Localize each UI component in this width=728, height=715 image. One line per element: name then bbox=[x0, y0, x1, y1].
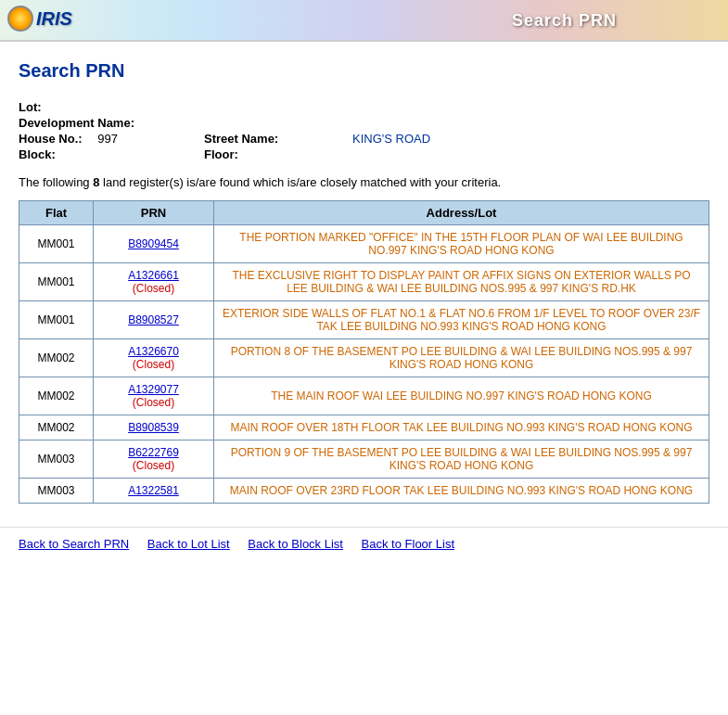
back-to-search-prn[interactable]: Back to Search PRN bbox=[19, 537, 129, 551]
info-section: Lot: Development Name: House No.: 997 St… bbox=[19, 100, 709, 161]
flat-cell: MM002 bbox=[19, 415, 94, 440]
street-name-label: Street Name: bbox=[204, 132, 283, 146]
flat-cell: MM003 bbox=[19, 479, 94, 504]
prn-link[interactable]: A1322581 bbox=[128, 484, 179, 497]
prn-cell: B8909454 bbox=[94, 225, 214, 263]
flat-cell: MM001 bbox=[19, 263, 94, 301]
house-no-label: House No.: bbox=[19, 132, 87, 146]
prn-closed-label: (Closed) bbox=[133, 282, 174, 295]
flat-cell: MM001 bbox=[19, 225, 94, 263]
address-cell: THE PORTION MARKED "OFFICE" IN THE 15TH … bbox=[214, 225, 709, 263]
prn-link[interactable]: B8908527 bbox=[128, 313, 179, 326]
prn-link[interactable]: B8908539 bbox=[128, 421, 179, 434]
table-row: MM001B8909454THE PORTION MARKED "OFFICE"… bbox=[19, 225, 709, 263]
prn-link[interactable]: A1326670 bbox=[128, 345, 179, 358]
back-to-block-list[interactable]: Back to Block List bbox=[248, 537, 343, 551]
col-header-flat: Flat bbox=[19, 201, 94, 225]
prn-cell: A1326670(Closed) bbox=[94, 339, 214, 377]
table-row: MM002A1329077(Closed)THE MAIN ROOF WAI L… bbox=[19, 377, 709, 415]
main-content: Search PRN Lot: Development Name: House … bbox=[0, 42, 728, 527]
prn-cell: A1329077(Closed) bbox=[94, 377, 214, 415]
table-row: MM002A1326670(Closed)PORTION 8 OF THE BA… bbox=[19, 339, 709, 377]
logo-text: IRIS bbox=[36, 8, 72, 30]
prn-cell: B6222769(Closed) bbox=[94, 440, 214, 479]
prn-cell: A1322581 bbox=[94, 479, 214, 504]
back-to-lot-list[interactable]: Back to Lot List bbox=[147, 537, 230, 551]
block-label: Block: bbox=[19, 147, 60, 161]
results-table: Flat PRN Address/Lot MM001B8909454THE PO… bbox=[19, 200, 709, 504]
summary-before: The following bbox=[19, 175, 93, 189]
prn-link[interactable]: A1329077 bbox=[128, 383, 179, 396]
col-header-prn: PRN bbox=[94, 201, 214, 225]
address-cell: PORTION 9 OF THE BASEMENT PO LEE BUILDIN… bbox=[214, 440, 709, 479]
flat-cell: MM001 bbox=[19, 301, 94, 339]
prn-cell: B8908527 bbox=[94, 301, 214, 339]
address-cell: PORTION 8 OF THE BASEMENT PO LEE BUILDIN… bbox=[214, 339, 709, 377]
address-cell: EXTERIOR SIDE WALLS OF FLAT NO.1 & FLAT … bbox=[214, 301, 709, 339]
prn-closed-label: (Closed) bbox=[133, 459, 174, 472]
table-row: MM003A1322581MAIN ROOF OVER 23RD FLOOR T… bbox=[19, 479, 709, 504]
col-header-address: Address/Lot bbox=[214, 201, 709, 225]
dev-name-label: Development Name: bbox=[19, 116, 139, 130]
address-cell: THE MAIN ROOF WAI LEE BUILDING NO.997 KI… bbox=[214, 377, 709, 415]
table-row: MM002B8908539MAIN ROOF OVER 18TH FLOOR T… bbox=[19, 415, 709, 440]
floor-label: Floor: bbox=[204, 147, 243, 161]
footer-nav: Back to Search PRN Back to Lot List Back… bbox=[0, 527, 728, 565]
address-cell: MAIN ROOF OVER 23RD FLOOR TAK LEE BUILDI… bbox=[214, 479, 709, 504]
lot-label: Lot: bbox=[19, 100, 46, 114]
flat-cell: MM002 bbox=[19, 339, 94, 377]
page-title: Search PRN bbox=[19, 60, 709, 82]
logo-icon bbox=[7, 6, 33, 32]
flat-cell: MM003 bbox=[19, 440, 94, 479]
block-value bbox=[68, 147, 96, 161]
flat-cell: MM002 bbox=[19, 377, 94, 415]
back-to-floor-list[interactable]: Back to Floor List bbox=[362, 537, 454, 551]
address-cell: MAIN ROOF OVER 18TH FLOOR TAK LEE BUILDI… bbox=[214, 415, 709, 440]
prn-cell: B8908539 bbox=[94, 415, 214, 440]
summary-after: land register(s) is/are found which is/a… bbox=[99, 175, 501, 189]
table-row: MM001A1326661(Closed)THE EXCLUSIVE RIGHT… bbox=[19, 263, 709, 301]
address-cell: THE EXCLUSIVE RIGHT TO DISPLAY PAINT OR … bbox=[214, 263, 709, 301]
header-search-label: Search PRN bbox=[512, 10, 617, 30]
prn-closed-label: (Closed) bbox=[133, 396, 174, 409]
table-row: MM001B8908527EXTERIOR SIDE WALLS OF FLAT… bbox=[19, 301, 709, 339]
summary-text: The following 8 land register(s) is/are … bbox=[19, 175, 709, 189]
prn-link[interactable]: B6222769 bbox=[128, 446, 179, 459]
table-row: MM003B6222769(Closed)PORTION 9 OF THE BA… bbox=[19, 440, 709, 479]
floor-value bbox=[250, 147, 278, 161]
prn-link[interactable]: B8909454 bbox=[128, 237, 179, 250]
prn-cell: A1326661(Closed) bbox=[94, 263, 214, 301]
prn-link[interactable]: A1326661 bbox=[128, 269, 179, 282]
page-header: IRIS Search PRN bbox=[0, 0, 728, 42]
street-name-value[interactable]: KING'S ROAD bbox=[352, 132, 430, 146]
logo-area: IRIS bbox=[7, 6, 72, 32]
prn-closed-label: (Closed) bbox=[133, 358, 174, 371]
house-no-value: 997 bbox=[97, 132, 146, 146]
